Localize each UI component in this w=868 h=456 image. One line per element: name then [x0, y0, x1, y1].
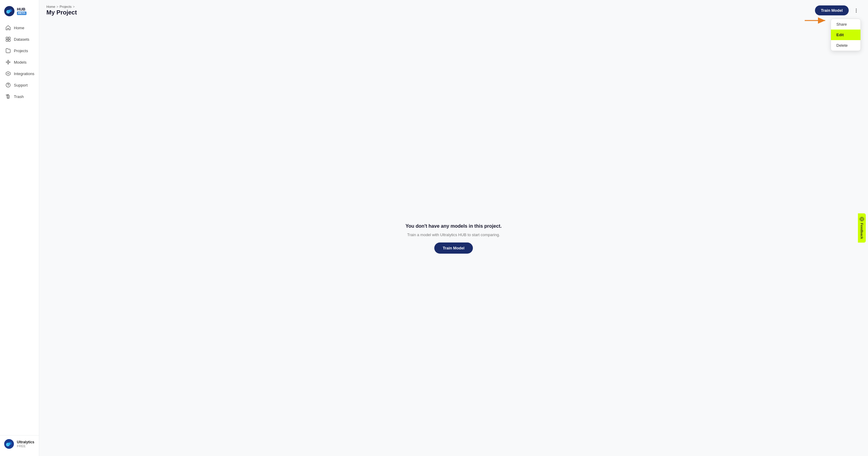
sidebar-item-label: Models: [14, 60, 27, 64]
page-title: My Project: [46, 9, 77, 16]
edit-option[interactable]: Edit: [831, 30, 861, 40]
content-area: You don't have any models in this projec…: [39, 21, 868, 456]
svg-point-9: [6, 62, 7, 63]
sidebar-item-home[interactable]: Home: [2, 22, 36, 33]
sidebar-item-projects[interactable]: Projects: [2, 45, 36, 56]
svg-rect-6: [6, 39, 8, 41]
feedback-label: Feedback: [860, 223, 864, 239]
breadcrumb-projects[interactable]: Projects: [60, 5, 72, 8]
dropdown-menu: Share Edit Delete: [831, 19, 861, 51]
breadcrumb-sep2: >: [73, 5, 75, 8]
hub-label: HUB: [17, 7, 27, 11]
datasets-icon: [5, 36, 11, 42]
integrations-icon: [5, 71, 11, 76]
empty-state: You don't have any models in this projec…: [405, 224, 501, 254]
svg-point-11: [8, 60, 9, 61]
trash-icon: [5, 94, 11, 99]
more-options-button[interactable]: [852, 6, 861, 15]
svg-point-30: [856, 8, 857, 9]
sidebar-item-label: Integrations: [14, 72, 34, 76]
breadcrumb: Home > Projects > My Project: [46, 5, 77, 16]
user-name: Ultralytics: [17, 440, 34, 444]
sidebar-item-label: Home: [14, 26, 24, 30]
svg-point-18: [7, 73, 9, 74]
sidebar-item-datasets[interactable]: Datasets: [2, 34, 36, 45]
svg-point-8: [7, 61, 9, 63]
avatar: [4, 439, 14, 449]
svg-point-36: [861, 218, 863, 220]
page-header: Home > Projects > My Project Train Model: [39, 0, 868, 21]
sidebar-item-support[interactable]: Support: [2, 80, 36, 90]
share-option[interactable]: Share: [831, 19, 861, 30]
logo-icon: [4, 6, 14, 16]
header-actions: Train Model: [815, 5, 861, 16]
svg-rect-5: [8, 37, 10, 39]
sidebar-item-integrations[interactable]: Integrations: [2, 68, 36, 79]
svg-marker-17: [6, 72, 10, 76]
logo[interactable]: HUB BETA: [0, 4, 39, 22]
user-plan: FREE: [17, 444, 34, 448]
train-model-cta-button[interactable]: Train Model: [434, 243, 473, 254]
sidebar: HUB BETA Home Datasets: [0, 0, 39, 456]
svg-rect-4: [6, 37, 8, 39]
svg-point-3: [8, 10, 10, 12]
feedback-tab[interactable]: Feedback: [858, 213, 866, 243]
sidebar-item-label: Support: [14, 83, 28, 87]
sidebar-item-models[interactable]: Models: [2, 57, 36, 67]
home-icon: [5, 25, 11, 30]
svg-point-32: [856, 11, 857, 12]
breadcrumb-sep1: >: [56, 5, 58, 8]
train-model-button[interactable]: Train Model: [815, 5, 849, 16]
beta-badge: BETA: [17, 11, 27, 15]
user-info: Ultralytics FREE: [17, 440, 34, 448]
sidebar-item-label: Projects: [14, 49, 28, 53]
empty-title: You don't have any models in this projec…: [405, 224, 501, 229]
logo-text: HUB BETA: [17, 7, 27, 15]
delete-option[interactable]: Delete: [831, 40, 861, 51]
svg-point-20: [8, 86, 8, 86]
svg-point-29: [8, 443, 10, 445]
sidebar-item-label: Datasets: [14, 37, 29, 41]
sidebar-item-label: Trash: [14, 94, 24, 99]
svg-point-31: [856, 10, 857, 11]
sidebar-item-trash[interactable]: Trash: [2, 91, 36, 102]
feedback-icon: [860, 217, 864, 221]
projects-icon: [5, 48, 11, 53]
support-icon: [5, 82, 11, 88]
models-icon: [5, 59, 11, 65]
svg-rect-25: [7, 94, 9, 95]
main-content: Home > Projects > My Project Train Model: [39, 0, 868, 456]
svg-point-12: [8, 63, 9, 64]
arrow-annotation: [805, 17, 829, 24]
svg-rect-7: [8, 39, 10, 41]
more-dots-icon: [854, 8, 859, 13]
svg-rect-21: [6, 95, 7, 95]
user-profile[interactable]: Ultralytics FREE: [0, 435, 39, 452]
sidebar-nav: Home Datasets Projects: [0, 22, 39, 435]
svg-point-10: [9, 62, 10, 63]
breadcrumb-nav: Home > Projects >: [46, 5, 77, 8]
empty-subtitle: Train a model with Ultralytics HUB to st…: [407, 232, 500, 237]
breadcrumb-home[interactable]: Home: [46, 5, 55, 8]
